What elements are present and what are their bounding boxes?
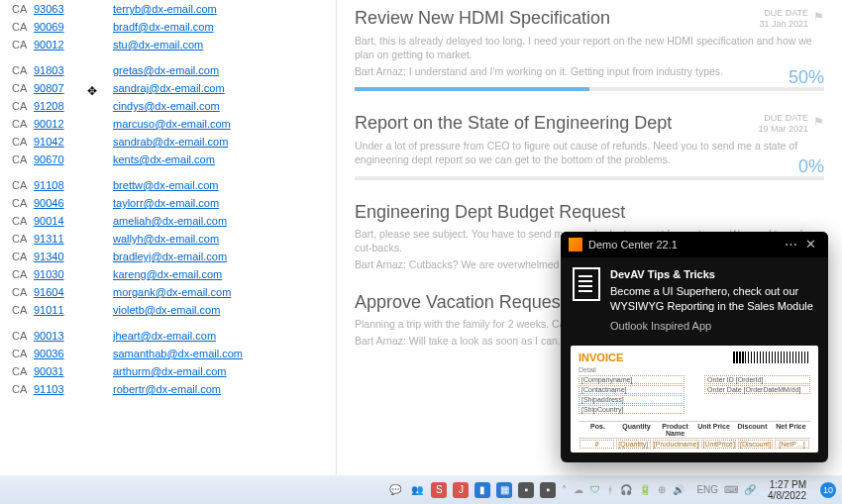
- zip-link[interactable]: 90807: [34, 82, 64, 94]
- table-row[interactable]: CA91311wallyh@dx-email.com: [0, 230, 336, 248]
- zip-link[interactable]: 90670: [34, 153, 64, 165]
- shield-icon[interactable]: 🛡: [590, 484, 600, 495]
- zip-link[interactable]: 91030: [34, 268, 64, 280]
- table-row[interactable]: CA90012stu@dx-email.com: [0, 36, 336, 53]
- app-icon-s[interactable]: S: [431, 482, 447, 498]
- table-row[interactable]: CA91208cindys@dx-email.com: [0, 97, 336, 115]
- cloud-icon[interactable]: ☁: [574, 484, 583, 495]
- zip-link[interactable]: 91311: [34, 233, 64, 245]
- email-link[interactable]: wallyh@dx-email.com: [113, 233, 219, 245]
- app-icon-blue[interactable]: ▮: [474, 482, 490, 498]
- zip-link[interactable]: 91011: [34, 304, 64, 316]
- zip-link[interactable]: 90031: [34, 365, 64, 377]
- zip-link[interactable]: 91042: [34, 136, 64, 148]
- globe-icon[interactable]: ⊕: [658, 484, 666, 495]
- terminal-icon[interactable]: ▪: [518, 482, 534, 498]
- zip-link[interactable]: 91108: [34, 179, 64, 191]
- app-icon-cascade[interactable]: ▦: [496, 482, 512, 498]
- notification-toast[interactable]: Demo Center 22.1 ⋯ ✕ DevAV Tips & Tricks…: [561, 232, 828, 462]
- zip-link[interactable]: 90013: [34, 330, 64, 342]
- email-link[interactable]: terryb@dx-email.com: [113, 3, 217, 15]
- toast-body[interactable]: DevAV Tips & Tricks Become a UI Superher…: [561, 257, 828, 342]
- table-row[interactable]: CA90670kents@dx-email.com: [0, 151, 336, 168]
- table-row[interactable]: CA91030kareng@dx-email.com: [0, 265, 336, 283]
- zip-link[interactable]: 91803: [34, 64, 64, 76]
- table-row[interactable]: CA90014ameliah@dx-email.com: [0, 212, 336, 230]
- email-link[interactable]: cindys@dx-email.com: [113, 100, 220, 112]
- email-link[interactable]: stu@dx-email.com: [113, 39, 203, 50]
- email-link[interactable]: violetb@dx-email.com: [113, 304, 220, 316]
- table-row[interactable]: CA93063terryb@dx-email.com: [0, 0, 336, 18]
- zip-link[interactable]: 91604: [34, 286, 64, 298]
- chat-icon[interactable]: 💬: [387, 482, 403, 498]
- table-row[interactable]: CA91340bradleyj@dx-email.com: [0, 248, 336, 265]
- headset-icon[interactable]: 🎧: [620, 484, 632, 495]
- system-tray[interactable]: ˄ ☁ 🛡 ᚼ 🎧 🔋 ⊕ 🔊: [562, 484, 690, 495]
- table-row[interactable]: CA90069bradf@dx-email.com: [0, 18, 336, 36]
- app-icon-j[interactable]: J: [453, 482, 469, 498]
- zip-link[interactable]: 91208: [34, 100, 64, 112]
- email-link[interactable]: kareng@dx-email.com: [113, 268, 222, 280]
- email-link[interactable]: arthurm@dx-email.com: [113, 365, 226, 377]
- table-row[interactable]: CA90046taylorr@dx-email.com: [0, 194, 336, 212]
- teams-icon[interactable]: 👥: [409, 482, 425, 498]
- link-icon[interactable]: 🔗: [744, 484, 760, 495]
- email-link[interactable]: bradleyj@dx-email.com: [113, 251, 227, 262]
- email-link[interactable]: jheart@dx-email.com: [113, 330, 216, 342]
- email-link[interactable]: samanthab@dx-email.com: [113, 348, 243, 359]
- email-link[interactable]: gretas@dx-email.com: [113, 64, 219, 76]
- battery-icon[interactable]: 🔋: [639, 484, 651, 495]
- table-row[interactable]: CA90036samanthab@dx-email.com: [0, 345, 336, 362]
- taskbar[interactable]: 💬 👥 S J ▮ ▦ ▪ ▪ ˄ ☁ 🛡 ᚼ 🎧 🔋 ⊕ 🔊 ENG ⌨ 🔗 …: [0, 475, 842, 504]
- zip-link[interactable]: 91340: [34, 251, 64, 262]
- progress-percent: 50%: [789, 67, 824, 88]
- task-card[interactable]: Review New HDMI SpecificationDUE DATE31 …: [355, 8, 824, 91]
- zip-link[interactable]: 90036: [34, 348, 64, 359]
- email-link[interactable]: ameliah@dx-email.com: [113, 215, 227, 227]
- email-link[interactable]: morgank@dx-email.com: [113, 286, 231, 298]
- email-link[interactable]: brettw@dx-email.com: [113, 179, 219, 191]
- language-indicator[interactable]: ENG: [690, 484, 724, 495]
- email-link[interactable]: robertr@dx-email.com: [113, 383, 221, 395]
- toast-more-button[interactable]: ⋯: [781, 237, 800, 252]
- bluetooth-icon[interactable]: ᚼ: [607, 484, 613, 495]
- table-row[interactable]: CA90031arthurm@dx-email.com: [0, 362, 336, 380]
- table-row[interactable]: CA91604morgank@dx-email.com: [0, 283, 336, 301]
- email-link[interactable]: kents@dx-email.com: [113, 153, 215, 165]
- table-row[interactable]: CA91103robertr@dx-email.com: [0, 380, 336, 398]
- table-row[interactable]: CA91803gretas@dx-email.com: [0, 61, 336, 79]
- ime-icon[interactable]: ⌨: [724, 484, 744, 495]
- zip-link[interactable]: 91103: [34, 383, 64, 395]
- email-link[interactable]: marcuso@dx-email.com: [113, 118, 231, 130]
- table-row[interactable]: CA90012marcuso@dx-email.com: [0, 115, 336, 133]
- taskbar-clock[interactable]: 1:27 PM 4/8/2022: [760, 479, 814, 501]
- zip-link[interactable]: 90012: [34, 39, 64, 50]
- table-row[interactable]: CA91108brettw@dx-email.com: [0, 176, 336, 194]
- devtools-icon[interactable]: ▪: [540, 482, 556, 498]
- email-cell: stu@dx-email.com: [85, 39, 336, 50]
- zip-link[interactable]: 90069: [34, 21, 64, 33]
- email-cell: bradf@dx-email.com: [85, 21, 336, 33]
- table-row[interactable]: CA91011violetb@dx-email.com: [0, 301, 336, 319]
- tray-chevron-icon[interactable]: ˄: [562, 484, 567, 495]
- contacts-grid[interactable]: CA93063terryb@dx-email.comCA90069bradf@d…: [0, 0, 337, 475]
- email-link[interactable]: taylorr@dx-email.com: [113, 197, 219, 209]
- table-row[interactable]: CA90013jheart@dx-email.com: [0, 327, 336, 345]
- zip-link[interactable]: 93063: [34, 3, 64, 15]
- cursor-icon: ✥: [87, 84, 97, 98]
- taskbar-app-icons[interactable]: 💬 👥 S J ▮ ▦ ▪ ▪: [387, 482, 562, 498]
- email-link[interactable]: sandraj@dx-email.com: [113, 82, 225, 94]
- volume-icon[interactable]: 🔊: [673, 484, 684, 495]
- table-row[interactable]: CA90807✥sandraj@dx-email.com: [0, 79, 336, 97]
- col-header: Pos.: [579, 423, 617, 437]
- table-row[interactable]: CA91042sandrab@dx-email.com: [0, 133, 336, 151]
- toast-close-button[interactable]: ✕: [800, 237, 820, 252]
- notification-badge[interactable]: 10: [820, 482, 836, 498]
- email-link[interactable]: bradf@dx-email.com: [113, 21, 214, 33]
- zip-link[interactable]: 90046: [34, 197, 64, 209]
- email-link[interactable]: sandrab@dx-email.com: [113, 136, 228, 148]
- task-card[interactable]: Report on the State of Engineering DeptD…: [355, 113, 824, 180]
- zip-link[interactable]: 90014: [34, 215, 64, 227]
- zip-link[interactable]: 90012: [34, 118, 64, 130]
- zip-cell: 91803: [24, 64, 85, 76]
